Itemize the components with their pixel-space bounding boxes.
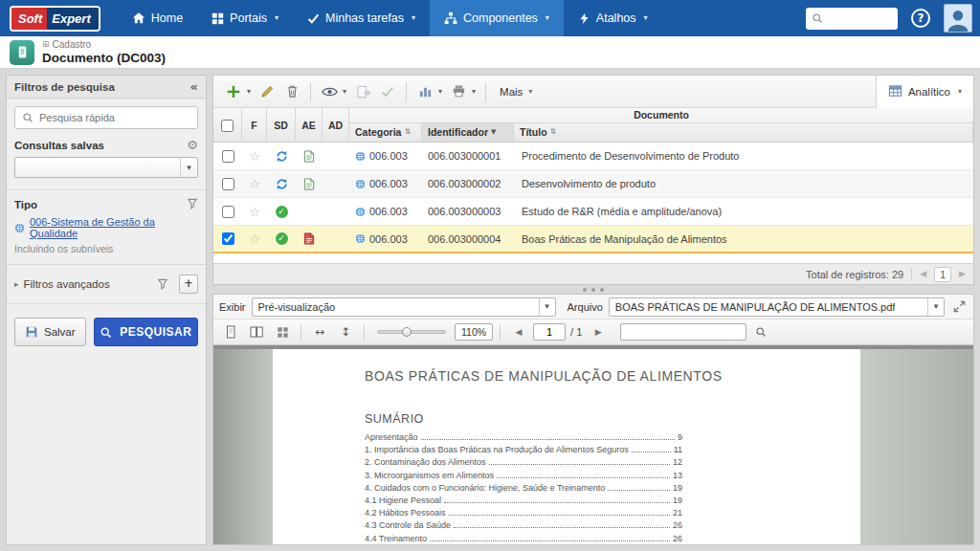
row-checkbox[interactable]	[222, 232, 234, 245]
person-icon	[946, 7, 970, 32]
facing-pages-button[interactable]	[245, 322, 268, 342]
delete-button[interactable]	[279, 79, 304, 104]
pagination-page[interactable]: 1	[934, 267, 951, 282]
user-avatar[interactable]	[944, 4, 972, 33]
add-button[interactable]: +	[221, 79, 246, 104]
horizontal-splitter[interactable]	[212, 285, 974, 294]
column-header-favorite[interactable]: F	[242, 108, 267, 143]
grid-footer: Total de registros: 29 ◀ 1 ▶	[213, 263, 973, 284]
global-search-box[interactable]	[806, 8, 898, 30]
question-icon: ?	[918, 12, 924, 24]
row-title: Boas Práticas de Manipulação de Alimento…	[514, 226, 973, 252]
search-icon	[100, 326, 112, 339]
search-icon	[22, 112, 33, 123]
favorite-star-icon[interactable]: ☆	[249, 178, 260, 190]
select-all-cell	[213, 108, 242, 143]
advanced-filters-toggle[interactable]: Filtros avançados	[24, 278, 110, 290]
expand-preview-button[interactable]	[950, 298, 968, 316]
fit-width-button[interactable]: ↔	[308, 322, 331, 342]
column-header-identificador[interactable]: Identificador ▼	[422, 123, 514, 142]
more-button[interactable]: Mais ▾	[492, 86, 540, 98]
column-header-titulo[interactable]: Título ⇅	[514, 123, 973, 142]
favorite-star-icon[interactable]: ☆	[249, 206, 260, 218]
zoom-slider[interactable]	[377, 330, 446, 334]
nav-item-label: Home	[151, 11, 183, 25]
single-page-button[interactable]	[219, 322, 242, 342]
nav-item-minhas-tarefas[interactable]: Minhas tarefas ▾	[293, 0, 430, 36]
pdf-search-input[interactable]	[620, 323, 746, 341]
chevron-down-icon: ▾	[412, 14, 415, 22]
thumbnails-button[interactable]	[271, 322, 294, 342]
row-checkbox[interactable]	[222, 178, 234, 190]
help-button[interactable]: ?	[911, 9, 930, 28]
table-row[interactable]: ☆ 006.003 006.003000002 Desenvolvimento …	[213, 170, 973, 198]
chart-button[interactable]	[412, 79, 437, 104]
print-dropdown-caret[interactable]: ▾	[471, 88, 479, 96]
view-dropdown-caret[interactable]: ▾	[342, 88, 350, 96]
type-link-006[interactable]: 006-Sistema de Gestão da Qualidade	[14, 216, 198, 239]
view-document-button[interactable]	[317, 79, 342, 104]
chevron-down-icon: ▾	[927, 298, 944, 316]
collapse-panel-icon[interactable]: «	[190, 80, 198, 93]
nav-item-portais[interactable]: Portais ▾	[197, 0, 293, 36]
table-row[interactable]: ☆ ✓ 006.003 006.003000003 Estudo de R&R …	[213, 198, 973, 226]
table-row[interactable]: ☆ 006.003 006.003000001 Procedimento de …	[213, 143, 973, 170]
column-header-ad[interactable]: AD	[323, 108, 349, 143]
pin-filter-icon[interactable]	[157, 278, 168, 291]
next-page-button[interactable]: ▶	[587, 322, 610, 342]
chart-dropdown-caret[interactable]: ▾	[437, 88, 446, 96]
add-dropdown-caret[interactable]: ▾	[246, 88, 255, 96]
quick-search-box[interactable]	[14, 106, 198, 129]
gear-icon[interactable]: ⚙	[187, 139, 198, 151]
column-header-ae[interactable]: AE	[296, 108, 323, 143]
revision-status-icon	[276, 178, 288, 190]
softexpert-logo[interactable]: Soft Expert	[10, 6, 100, 32]
electronic-file-icon	[303, 178, 315, 190]
pencil-icon	[260, 84, 275, 99]
table-row-selected[interactable]: ☆ ✓ 006.003 006.003000004 Boas Práticas …	[213, 226, 973, 253]
quick-search-input[interactable]	[39, 112, 190, 123]
page-input[interactable]	[533, 323, 566, 341]
edit-button[interactable]	[255, 79, 279, 104]
document-component-icon	[10, 40, 34, 65]
printer-icon	[452, 84, 466, 99]
sort-desc-icon: ▼	[491, 129, 496, 136]
row-identifier: 006.003000002	[422, 170, 514, 197]
search-button[interactable]: PESQUISAR	[94, 318, 198, 346]
row-checkbox[interactable]	[222, 206, 234, 218]
pdf-viewport[interactable]: BOAS PRÁTICAS DE MANIPULAÇÃO DE ALIMENTO…	[213, 345, 973, 544]
nav-item-atalhos[interactable]: Atalhos ▾	[564, 0, 662, 36]
view-select[interactable]: Pré-visualização ▾	[252, 298, 556, 317]
view-mode-selector[interactable]: Analítico ▾	[876, 76, 973, 108]
fit-height-button[interactable]: ↕	[334, 322, 357, 342]
zoom-slider-handle[interactable]	[402, 327, 412, 337]
pagination-prev[interactable]: ◀	[920, 270, 926, 278]
favorite-star-icon[interactable]: ☆	[249, 150, 260, 163]
add-filter-button[interactable]: +	[179, 275, 198, 294]
filters-panel-header: Filtros de pesquisa «	[7, 76, 206, 99]
nav-item-componentes[interactable]: Componentes ▾	[430, 0, 564, 36]
favorite-star-icon[interactable]: ☆	[249, 232, 260, 245]
components-icon	[444, 11, 457, 25]
pin-filter-icon[interactable]	[187, 198, 198, 210]
pdf-page: BOAS PRÁTICAS DE MANIPULAÇÃO DE ALIMENTO…	[213, 349, 973, 544]
pdf-file-icon	[303, 232, 315, 245]
column-header-sd[interactable]: SD	[267, 108, 296, 143]
sort-icon: ⇅	[404, 128, 411, 136]
pdf-search-button[interactable]	[749, 322, 772, 342]
nav-item-home[interactable]: Home	[118, 0, 197, 36]
file-select[interactable]: BOAS PRÁTICAS DE MANIPULAÇÃO DE ALIMENTO…	[609, 298, 945, 317]
row-identifier: 006.003000003	[422, 198, 514, 225]
save-button[interactable]: Salvar	[14, 318, 86, 346]
select-all-checkbox[interactable]	[221, 120, 234, 132]
logo-expert: Expert	[47, 8, 98, 30]
global-search-input[interactable]	[828, 12, 885, 24]
saved-queries-select[interactable]: ▾	[14, 157, 198, 178]
print-button[interactable]	[446, 79, 471, 104]
pagination-next[interactable]: ▶	[959, 270, 966, 278]
released-status-icon: ✓	[276, 206, 288, 218]
row-checkbox[interactable]	[222, 150, 234, 163]
column-header-categoria[interactable]: Categoria ⇅	[349, 123, 422, 142]
prev-page-button[interactable]: ◀	[507, 322, 530, 342]
pdf-summary-title: SUMÁRIO	[365, 412, 860, 426]
